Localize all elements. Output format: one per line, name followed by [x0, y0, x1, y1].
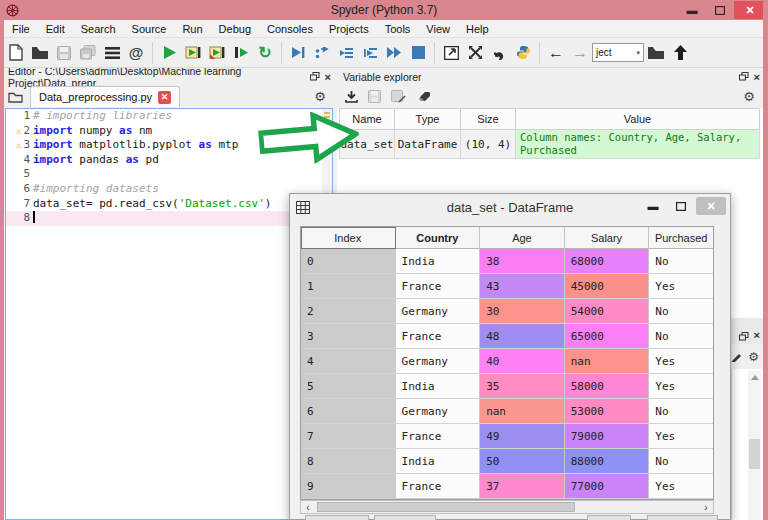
menu-consoles[interactable]: Consoles — [259, 21, 321, 37]
code-line-6[interactable]: 6#importing datasets — [6, 182, 332, 197]
import-data-icon[interactable] — [345, 90, 358, 103]
scrollbar-thumb[interactable] — [749, 439, 760, 469]
df-index-cell[interactable]: 0 — [301, 249, 396, 274]
stop-icon[interactable] — [406, 41, 430, 65]
browse-directory-icon[interactable] — [644, 41, 668, 65]
fullscreen-icon[interactable] — [463, 41, 487, 65]
df-index-cell[interactable]: 6 — [301, 399, 396, 424]
run-cell-icon[interactable] — [181, 41, 205, 65]
df-salary-cell[interactable]: 54000 — [565, 299, 650, 324]
menu-search[interactable]: Search — [73, 21, 124, 37]
df-salary-cell[interactable]: 53000 — [565, 399, 650, 424]
maximize-icon[interactable] — [706, 1, 734, 19]
df-purchased-cell[interactable]: Yes — [649, 424, 713, 449]
undock-icon[interactable] — [739, 72, 749, 81]
menu-source[interactable]: Source — [124, 21, 175, 37]
df-country-cell[interactable]: India — [396, 374, 481, 399]
df-salary-cell[interactable]: 65000 — [565, 324, 650, 349]
code-editor[interactable]: 1# importing libraries⚠2import numpy as … — [5, 108, 333, 520]
df-purchased-cell[interactable]: No — [649, 399, 713, 424]
maximize-pane-icon[interactable] — [439, 41, 463, 65]
minimize-icon[interactable]: ▬ — [640, 197, 666, 215]
save-data-icon[interactable] — [368, 90, 381, 103]
df-age-cell[interactable]: 49 — [480, 424, 565, 449]
undock-icon[interactable] — [310, 72, 320, 81]
df-purchased-cell[interactable]: No — [649, 449, 713, 474]
variable-column-size[interactable]: Size — [461, 108, 516, 130]
df-index-cell[interactable]: 3 — [301, 324, 396, 349]
open-file-icon[interactable] — [28, 41, 52, 65]
close-icon[interactable]: ✕ — [696, 197, 726, 215]
file-switcher-icon[interactable] — [100, 41, 124, 65]
working-directory-combo[interactable]: ject ▾ — [592, 43, 644, 62]
df-index-cell[interactable]: 4 — [301, 349, 396, 374]
df-age-cell[interactable]: 35 — [480, 374, 565, 399]
menu-file[interactable]: File — [4, 21, 38, 37]
tab-data-preprocessing[interactable]: Data_preprocessing.py ✕ — [30, 86, 180, 107]
df-index-cell[interactable]: 1 — [301, 274, 396, 299]
options-gear-icon[interactable]: ⚙ — [748, 350, 759, 364]
close-pane-icon[interactable]: × — [754, 71, 760, 83]
df-column-salary[interactable]: Salary — [565, 227, 650, 249]
df-salary-cell[interactable]: nan — [565, 349, 650, 374]
pen-icon[interactable] — [731, 351, 742, 362]
df-salary-cell[interactable]: 58000 — [565, 374, 650, 399]
dataframe-viewer-titlebar[interactable]: data_set - DataFrame ▬ ✕ — [290, 194, 730, 220]
df-country-cell[interactable]: India — [396, 449, 481, 474]
df-country-cell[interactable]: France — [396, 424, 481, 449]
save-all-icon[interactable] — [76, 41, 100, 65]
step-into-icon[interactable] — [334, 41, 358, 65]
menu-run[interactable]: Run — [174, 21, 210, 37]
preferences-wrench-icon[interactable] — [487, 41, 511, 65]
code-line-5[interactable]: 5 — [6, 167, 332, 182]
horizontal-scrollbar[interactable]: ‹ › — [300, 500, 714, 514]
df-country-cell[interactable]: France — [396, 274, 481, 299]
vertical-scrollbar[interactable] — [748, 371, 761, 520]
editor-options-gear-icon[interactable]: ⚙ — [314, 89, 326, 104]
df-country-cell[interactable]: Germany — [396, 399, 481, 424]
dialog-button-partial[interactable] — [587, 515, 631, 520]
run-selection-icon[interactable] — [229, 41, 253, 65]
python-logo-icon[interactable] — [511, 41, 535, 65]
menu-tools[interactable]: Tools — [377, 21, 419, 37]
df-age-cell[interactable]: 37 — [480, 474, 565, 499]
undock-icon[interactable] — [739, 332, 749, 341]
rerun-icon[interactable]: ↻ — [253, 41, 277, 65]
run-icon[interactable] — [157, 41, 181, 65]
df-index-cell[interactable]: 7 — [301, 424, 396, 449]
variable-explorer-gear-icon[interactable]: ⚙ — [743, 89, 755, 104]
menu-projects[interactable]: Projects — [321, 21, 377, 37]
df-purchased-cell[interactable]: No — [649, 299, 713, 324]
run-cell-advance-icon[interactable] — [205, 41, 229, 65]
df-salary-cell[interactable]: 77000 — [565, 474, 650, 499]
df-age-cell[interactable]: 50 — [480, 449, 565, 474]
code-line-7[interactable]: 7data_set= pd.read_csv('Dataset.csv') — [6, 197, 332, 212]
df-index-cell[interactable]: 5 — [301, 374, 396, 399]
menu-debug[interactable]: Debug — [211, 21, 259, 37]
close-pane-icon[interactable]: × — [325, 71, 331, 83]
df-country-cell[interactable]: Germany — [396, 349, 481, 374]
menu-view[interactable]: View — [418, 21, 458, 37]
save-data-as-icon[interactable] — [391, 90, 406, 103]
variable-type-cell[interactable]: DataFrame — [395, 130, 461, 159]
df-purchased-cell[interactable]: Yes — [649, 474, 713, 499]
menu-edit[interactable]: Edit — [38, 21, 73, 37]
close-icon[interactable]: ✕ — [734, 1, 766, 19]
df-column-age[interactable]: Age — [480, 227, 565, 249]
variable-row-data-set[interactable]: data_set DataFrame (10, 4) Column names:… — [339, 130, 761, 159]
df-salary-cell[interactable]: 45000 — [565, 274, 650, 299]
dialog-button-partial[interactable] — [305, 515, 369, 520]
continue-icon[interactable] — [382, 41, 406, 65]
df-age-cell[interactable]: 38 — [480, 249, 565, 274]
scroll-right-icon[interactable]: › — [699, 501, 713, 513]
df-column-index[interactable]: Index — [301, 227, 396, 249]
minimize-icon[interactable]: ▬ — [678, 1, 706, 19]
df-purchased-cell[interactable]: No — [649, 249, 713, 274]
df-salary-cell[interactable]: 68000 — [565, 249, 650, 274]
scroll-up-icon[interactable] — [748, 371, 761, 383]
df-country-cell[interactable]: Germany — [396, 299, 481, 324]
df-purchased-cell[interactable]: Yes — [649, 349, 713, 374]
menu-help[interactable]: Help — [458, 21, 497, 37]
close-pane-icon[interactable]: × — [754, 329, 760, 341]
df-index-cell[interactable]: 2 — [301, 299, 396, 324]
